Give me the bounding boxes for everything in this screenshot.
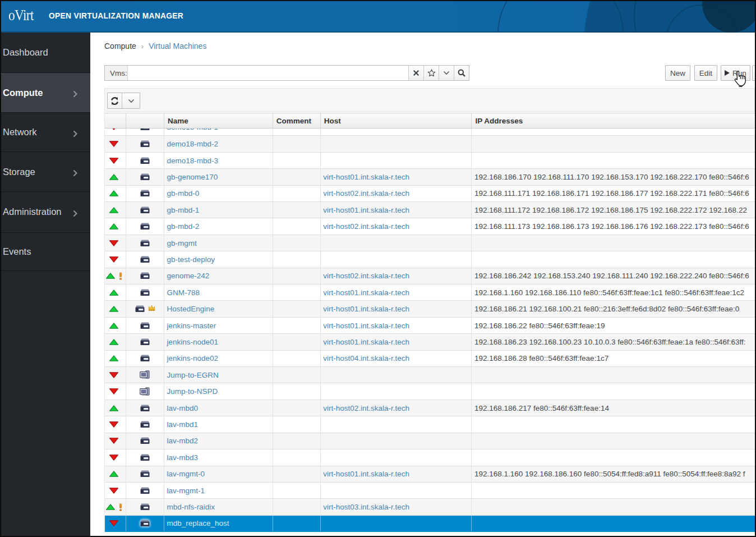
new-button[interactable]: New (665, 65, 690, 81)
table-row[interactable]: GNM-788virt-host01.int.skala-r.tech192.1… (105, 284, 755, 301)
column-name[interactable]: Name (164, 113, 273, 128)
vm-name-link[interactable]: gb-mbd-2 (167, 222, 199, 231)
vm-name-link[interactable]: mdb_replace_host (167, 519, 229, 527)
cell-name: jenkins-master (164, 318, 273, 333)
cell-comment (273, 416, 321, 432)
vm-name-link[interactable]: lav-mgmt-1 (167, 486, 205, 495)
column-ip[interactable]: IP Addresses (472, 113, 755, 128)
vm-name-link[interactable]: Jump-to-NSPD (167, 387, 218, 396)
vm-name-link[interactable]: gb-test-deploy (167, 255, 215, 264)
table-row[interactable]: jenkins-node02virt-host04.int.skala-r.te… (105, 351, 755, 367)
host-link[interactable]: virt-host02.int.skala-r.tech (323, 272, 409, 280)
host-link[interactable]: virt-host01.int.skala-r.tech (323, 470, 409, 478)
vm-name-link[interactable]: gb-genome170 (167, 173, 218, 181)
host-link[interactable]: virt-host01.int.skala-r.tech (323, 288, 409, 297)
vm-name-link[interactable]: lav-mbd1 (167, 420, 198, 429)
vm-name-link[interactable]: gb-mbd-1 (167, 206, 199, 214)
table-row[interactable]: gb-genome170virt-host01.int.skala-r.tech… (105, 169, 755, 185)
table-row[interactable]: lav-mgmt-0virt-host01.int.skala-r.tech19… (105, 466, 755, 483)
table-row[interactable]: Jump-to-EGRN (105, 367, 755, 383)
status-up-icon (106, 504, 115, 510)
cell-comment (273, 499, 321, 515)
host-link[interactable]: virt-host04.int.skala-r.tech (323, 354, 409, 362)
vm-name-link[interactable]: demo18-mbd-1 (167, 128, 218, 131)
search-dropdown-button[interactable] (439, 66, 454, 80)
table-row[interactable]: mdb_replace_host (105, 516, 755, 532)
vm-name-link[interactable]: mbd-nfs-raidix (167, 503, 215, 511)
table-row[interactable]: lav-mbd3 (105, 449, 755, 466)
sidebar-item-dashboard[interactable]: Dashboard (1, 33, 90, 73)
vm-name-link[interactable]: lav-mgmt-0 (167, 470, 205, 478)
vm-name-link[interactable]: GNM-788 (167, 288, 200, 297)
table-row[interactable]: demo18-mbd-2 (105, 136, 755, 152)
host-link[interactable]: virt-host02.int.skala-r.tech (323, 189, 409, 198)
table-row[interactable]: jenkins-mastervirt-host01.int.skala-r.te… (105, 318, 755, 334)
vm-name-link[interactable]: jenkins-node01 (167, 338, 218, 346)
cell-type (126, 186, 164, 201)
vm-icon (140, 470, 150, 478)
breadcrumb-virtual-machines[interactable]: Virtual Machines (149, 42, 206, 51)
host-link[interactable]: virt-host01.int.skala-r.tech (323, 338, 409, 346)
column-comment[interactable]: Comment (273, 113, 321, 128)
clear-search-button[interactable] (408, 66, 423, 80)
sidebar-item-administration[interactable]: Administration (1, 192, 90, 233)
cell-comment (273, 367, 321, 383)
table-row[interactable]: lav-mgmt-1 (105, 483, 755, 499)
sidebar-item-storage[interactable]: Storage (1, 152, 90, 192)
column-status[interactable] (105, 113, 126, 128)
table-row[interactable]: mbd-nfs-raidixvirt-host03.int.skala-r.te… (105, 499, 755, 515)
cell-status (105, 483, 126, 498)
column-host[interactable]: Host (321, 113, 472, 128)
vm-icon (140, 453, 150, 462)
table-row[interactable]: gb-mbd-1virt-host01.int.skala-r.tech192.… (105, 202, 755, 218)
breadcrumb-compute[interactable]: Compute (104, 42, 136, 51)
sidebar-item-network[interactable]: Network (1, 113, 90, 153)
table-row[interactable]: gb-mgmt (105, 235, 755, 251)
more-actions-button-clipped[interactable] (752, 65, 756, 81)
host-link[interactable]: virt-host01.int.skala-r.tech (323, 206, 409, 214)
search-button[interactable] (454, 66, 469, 80)
vm-name-link[interactable]: jenkins-node02 (167, 354, 218, 362)
host-link[interactable]: virt-host01.int.skala-r.tech (323, 305, 409, 313)
host-link[interactable]: virt-host02.int.skala-r.tech (323, 222, 409, 231)
table-row[interactable]: gb-test-deploy (105, 251, 755, 268)
table-row[interactable]: gb-mbd-2virt-host02.int.skala-r.tech192.… (105, 218, 755, 235)
edit-button[interactable]: Edit (694, 65, 717, 81)
table-row[interactable]: HostedEnginevirt-host01.int.skala-r.tech… (105, 301, 755, 317)
partial-scrolled-row[interactable]: demo18-mbd-1 (105, 128, 755, 136)
table-row[interactable]: lav-mbd0virt-host02.int.skala-r.tech192.… (105, 400, 755, 416)
host-link[interactable]: virt-host02.int.skala-r.tech (323, 404, 409, 412)
table-row[interactable]: genome-242virt-host02.int.skala-r.tech19… (105, 268, 755, 284)
table-row[interactable]: lav-mbd1 (105, 416, 755, 433)
sidebar-item-events[interactable]: Events (1, 233, 90, 271)
column-type[interactable] (126, 113, 164, 128)
vm-name-link[interactable]: gb-mbd-0 (167, 189, 199, 198)
main-content: Compute›Virtual Machines Vms: New Edit R… (90, 33, 755, 536)
table-row[interactable]: gb-mbd-0virt-host02.int.skala-r.tech192.… (105, 186, 755, 202)
vm-name-link[interactable]: demo18-mbd-3 (167, 157, 218, 165)
refresh-button[interactable] (108, 93, 122, 108)
host-link[interactable]: virt-host01.int.skala-r.tech (323, 173, 409, 181)
vm-name-link[interactable]: lav-mbd3 (167, 453, 198, 462)
table-row[interactable]: Jump-to-NSPD (105, 383, 755, 400)
table-row[interactable]: demo18-mbd-1 (105, 128, 755, 136)
vm-name-link[interactable]: lav-mbd2 (167, 437, 198, 445)
vm-name-link[interactable]: Jump-to-EGRN (167, 371, 218, 379)
refresh-options-button[interactable] (122, 93, 140, 108)
table-row[interactable]: jenkins-node01virt-host01.int.skala-r.te… (105, 334, 755, 350)
vm-name-link[interactable]: genome-242 (167, 272, 209, 280)
search-input[interactable] (128, 66, 408, 80)
vm-name-link[interactable]: HostedEngine (167, 305, 214, 313)
host-link[interactable]: virt-host01.int.skala-r.tech (323, 322, 409, 330)
vm-name-link[interactable]: lav-mbd0 (167, 404, 198, 412)
bookmark-search-button[interactable] (423, 66, 439, 80)
play-icon (725, 70, 730, 76)
host-link[interactable]: virt-host03.int.skala-r.tech (323, 503, 409, 511)
table-row[interactable]: lav-mbd2 (105, 433, 755, 449)
sidebar-item-compute[interactable]: Compute (1, 73, 90, 113)
cell-host (321, 235, 472, 251)
vm-name-link[interactable]: demo18-mbd-2 (167, 140, 218, 148)
vm-name-link[interactable]: jenkins-master (167, 322, 216, 330)
vm-name-link[interactable]: gb-mgmt (167, 239, 196, 247)
table-row[interactable]: demo18-mbd-3 (105, 153, 755, 169)
